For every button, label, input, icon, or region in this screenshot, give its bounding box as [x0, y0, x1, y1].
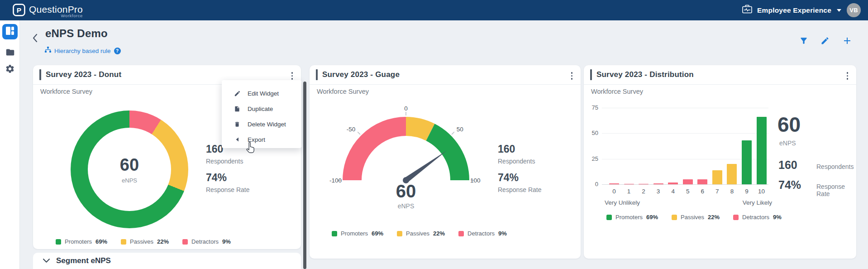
widget-stats: 160 Respondents 74% Response Rate [498, 143, 542, 193]
respondents-value: 160 [498, 143, 542, 155]
widget-title: Survey 2023 - Guage [322, 70, 400, 79]
menu-item-duplicate[interactable]: Duplicate [222, 101, 301, 116]
legend-label: Promoters [65, 238, 92, 245]
axis-note-right: Very Likely [733, 199, 772, 206]
title-accent-bar [590, 69, 592, 80]
response-rate-label: Response Rate [206, 186, 250, 193]
legend-item-promoters[interactable]: Promoters69% [56, 238, 107, 245]
legend-item-detractors[interactable]: Detractors9% [733, 214, 782, 221]
x-tick-label: 9 [742, 188, 752, 195]
bar-score-6 [697, 179, 707, 184]
svg-text:P: P [17, 6, 21, 14]
svg-text:0: 0 [404, 106, 408, 112]
legend-value: 9% [222, 238, 231, 245]
response-rate-value: 74% [778, 178, 806, 192]
legend-label: Promoters [341, 230, 368, 237]
x-tick-label: 10 [757, 188, 767, 195]
legend-swatch [56, 239, 61, 245]
workspace-selector[interactable]: Employee Experience [757, 6, 831, 14]
legend-label: Detractors [191, 238, 219, 245]
title-accent-bar [39, 69, 41, 80]
segment-enps-section-header[interactable]: Segment eNPS [33, 253, 301, 269]
legend-swatch [606, 215, 612, 220]
brand-logo[interactable]: P QuestionPro Workforce [13, 4, 83, 18]
svg-text:-50: -50 [347, 126, 356, 133]
response-rate-value: 74% [498, 172, 542, 184]
svg-text:100: 100 [470, 177, 481, 184]
enps-label: eNPS [122, 177, 137, 184]
edit-dashboard-icon[interactable] [820, 36, 830, 45]
legend-value: 69% [372, 230, 383, 237]
enps-value: 60 [377, 181, 435, 202]
bar-score-4 [668, 183, 678, 185]
legend-item-detractors[interactable]: Detractors9% [182, 238, 231, 245]
legend-item-passives[interactable]: Passives22% [121, 238, 169, 245]
x-tick-label: 0 [609, 188, 619, 195]
top-navigation-bar: P QuestionPro Workforce Employee Experie… [0, 0, 868, 20]
back-button[interactable] [31, 32, 39, 46]
x-tick-label: 6 [697, 188, 707, 195]
respondents-value: 160 [778, 159, 806, 172]
filter-icon[interactable] [799, 36, 808, 45]
legend-label: Detractors [467, 230, 495, 237]
widget-title: Survey 2023 - Distribution [596, 70, 694, 79]
help-icon[interactable]: ? [114, 48, 121, 54]
hierarchy-rule-link[interactable]: Hierarchy based rule [54, 48, 111, 54]
enps-label: eNPS [779, 139, 796, 147]
legend-value: 69% [646, 214, 658, 221]
legend-value: 22% [433, 230, 445, 237]
bar-score-1 [624, 184, 634, 184]
sidebar-item-dashboards[interactable] [2, 24, 18, 39]
chevron-down-icon[interactable] [836, 8, 842, 13]
legend-item-promoters[interactable]: Promoters69% [606, 214, 658, 221]
widget-distribution: Survey 2023 - Distribution Workforce Sur… [584, 65, 856, 259]
legend-item-promoters[interactable]: Promoters69% [332, 230, 383, 237]
legend-item-passives[interactable]: Passives22% [672, 214, 720, 221]
legend-value: 69% [95, 238, 107, 245]
widget-menu-kebab-icon[interactable] [568, 70, 576, 82]
legend-value: 22% [708, 214, 720, 221]
sidebar-item-settings[interactable] [0, 64, 20, 76]
legend-swatch [458, 231, 464, 236]
title-accent-bar [316, 69, 318, 80]
bar-score-7 [712, 170, 722, 185]
add-widget-icon[interactable] [842, 35, 853, 46]
widget-menu-kebab-icon[interactable] [289, 70, 296, 82]
legend-item-passives[interactable]: Passives22% [397, 230, 445, 237]
enps-label: eNPS [377, 202, 435, 210]
dashboard-grid-icon [6, 27, 14, 37]
menu-item-label: Delete Widget [248, 121, 286, 128]
widget-gauge: Survey 2023 - Guage Workforce Survey -10… [310, 65, 581, 259]
chart-legend: Promoters69%Passives22%Detractors9% [56, 238, 231, 245]
bar-score-3 [653, 183, 663, 184]
widget-subtitle: Workforce Survey [591, 88, 643, 95]
questionpro-logo-icon: P [13, 4, 25, 18]
sidebar-item-folders[interactable] [0, 48, 20, 59]
hierarchy-icon [45, 47, 51, 55]
x-tick-label: 8 [727, 188, 737, 195]
vertical-scrollbar-thumb[interactable] [303, 82, 306, 269]
legend-swatch [672, 215, 677, 220]
respondents-stat: 160 Respondents [778, 159, 854, 172]
avatar[interactable]: VB [847, 3, 861, 17]
legend-swatch [733, 215, 739, 220]
x-tick-label: 7 [712, 188, 722, 195]
sidebar [0, 20, 20, 269]
duplicate-icon [234, 106, 241, 112]
legend-label: Detractors [742, 214, 769, 221]
y-tick-label: 50 [586, 130, 598, 136]
menu-item-delete-widget[interactable]: Delete Widget [222, 116, 301, 132]
gear-icon [5, 64, 15, 76]
y-tick-label: 0 [586, 181, 598, 187]
legend-value: 9% [498, 230, 507, 237]
response-rate-value: 74% [206, 172, 250, 184]
x-tick-label: 4 [668, 188, 678, 195]
x-axis-line [602, 184, 768, 185]
menu-item-export[interactable]: Export [222, 132, 301, 147]
widget-menu-kebab-icon[interactable] [844, 70, 851, 82]
bar-score-9 [742, 140, 752, 184]
legend-item-detractors[interactable]: Detractors9% [458, 230, 507, 237]
x-tick-label: 5 [683, 188, 693, 195]
menu-item-edit-widget[interactable]: Edit Widget [222, 86, 301, 101]
folder-icon [5, 48, 15, 59]
